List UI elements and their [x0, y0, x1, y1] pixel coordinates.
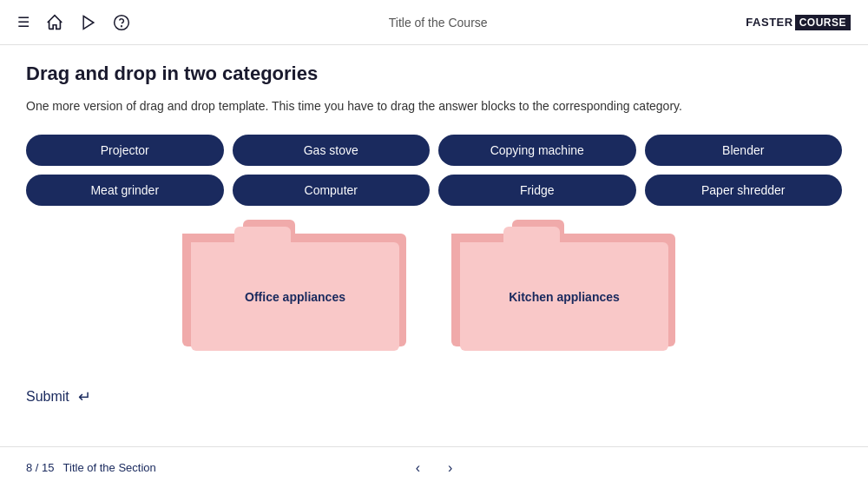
drag-item-paper-shredder[interactable]: Paper shredder [645, 175, 843, 206]
drag-item-projector[interactable]: Projector [26, 135, 224, 166]
kitchen-folder-container: Kitchen appliances [460, 227, 677, 361]
drag-items-grid: Projector Gas stove Copying machine Blen… [26, 135, 842, 206]
kitchen-folder-label: Kitchen appliances [509, 290, 620, 304]
enter-icon[interactable]: ↵ [78, 387, 91, 406]
svg-point-1 [115, 15, 129, 30]
drop-zones: Office appliances Kitchen appliances [26, 227, 842, 361]
home-icon[interactable] [45, 13, 64, 32]
footer-nav: ‹ › [409, 457, 460, 479]
office-folder-container: Office appliances [191, 227, 408, 361]
drag-item-blender[interactable]: Blender [645, 135, 843, 166]
page-number: 8 / 15 [26, 461, 55, 474]
page-total: 15 [42, 461, 54, 474]
kitchen-folder-front[interactable]: Kitchen appliances [460, 242, 668, 351]
brand-course-text: COURSE [795, 15, 851, 30]
header: ☰ Title of the Course FASTER COURSE [0, 0, 868, 45]
office-folder-tab [234, 227, 291, 244]
footer: 8 / 15 Title of the Section ‹ › [0, 446, 868, 488]
submit-button[interactable]: Submit [26, 389, 69, 405]
page-description: One more version of drag and drop templa… [26, 97, 842, 115]
footer-info: 8 / 15 Title of the Section [26, 461, 156, 474]
svg-point-2 [122, 25, 122, 26]
section-title: Title of the Section [63, 461, 156, 474]
office-folder-front[interactable]: Office appliances [191, 242, 399, 351]
svg-marker-0 [83, 16, 94, 29]
help-icon[interactable] [113, 14, 130, 31]
brand-faster-text: FASTER [746, 16, 792, 29]
prev-button[interactable]: ‹ [409, 457, 427, 479]
submit-area: Submit ↵ [0, 387, 868, 406]
drag-item-computer[interactable]: Computer [233, 175, 431, 206]
page-current: 8 [26, 461, 32, 474]
next-button[interactable]: › [441, 457, 459, 479]
course-title: Title of the Course [130, 16, 746, 30]
drag-item-gas-stove[interactable]: Gas stove [233, 135, 431, 166]
brand-logo: FASTER COURSE [746, 15, 851, 30]
drag-item-fridge[interactable]: Fridge [438, 175, 636, 206]
drag-item-copying-machine[interactable]: Copying machine [438, 135, 636, 166]
menu-icon[interactable]: ☰ [17, 14, 30, 30]
main-content: Drag and drop in two categories One more… [0, 45, 868, 387]
kitchen-folder-tab [503, 227, 560, 244]
play-icon[interactable] [80, 14, 97, 31]
page-title: Drag and drop in two categories [26, 63, 842, 85]
office-folder-label: Office appliances [245, 290, 345, 304]
page-separator: / [36, 461, 42, 474]
nav-icons: ☰ [17, 13, 130, 32]
drag-item-meat-grinder[interactable]: Meat grinder [26, 175, 224, 206]
